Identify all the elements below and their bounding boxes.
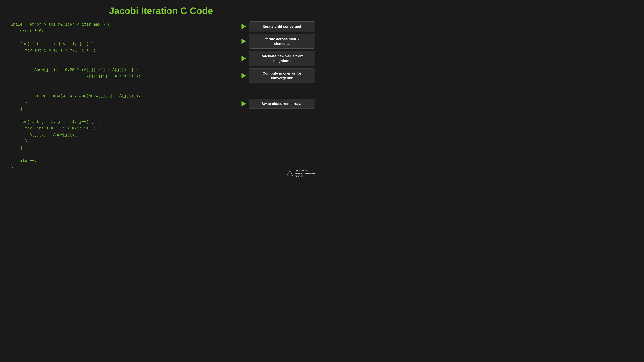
annotation-row-2: Iterate across matrixelements [240,34,315,49]
svg-marker-4 [242,101,246,106]
logo-area: PITTSBURGH SUPERCOMPUTING CENTER [286,169,315,178]
annotation-row-4: Compute max error forconvergence [240,68,315,83]
annotations-panel: Iterate until converged Iterate across m… [240,20,315,173]
annotation-box-iterate-matrix[interactable]: Iterate across matrixelements [249,34,315,49]
arrow-icon-1 [240,23,247,30]
arrow-icon-4 [240,72,247,79]
annotation-row-5: Swap old/current arrays [240,99,315,109]
arrow-icon-2 [240,38,247,45]
svg-marker-1 [242,39,246,44]
annotation-box-compute-error[interactable]: Compute max error forconvergence [249,68,315,83]
spacer [240,85,315,96]
arrow-icon-3 [240,55,247,62]
svg-marker-0 [242,24,246,29]
annotation-box-swap[interactable]: Swap old/current arrays [249,99,315,109]
code-block: while ( error > tol && iter < iter_max )… [11,21,232,171]
code-panel: while ( error > tol && iter < iter_max )… [7,20,236,173]
annotation-box-iterate-converged[interactable]: Iterate until converged [249,21,315,31]
annotation-row-3: Calculate new value fromneighbors [240,51,315,66]
page-title: Jacobi Iteration C Code [0,0,322,20]
annotation-row-1: Iterate until converged [240,21,315,31]
svg-marker-2 [242,56,246,61]
arrow-icon-5 [240,100,247,107]
svg-marker-3 [242,73,246,78]
logo-text: PITTSBURGH SUPERCOMPUTING CENTER [295,169,315,178]
psc-logo-icon [286,170,293,177]
annotation-box-calculate[interactable]: Calculate new value fromneighbors [249,51,315,66]
